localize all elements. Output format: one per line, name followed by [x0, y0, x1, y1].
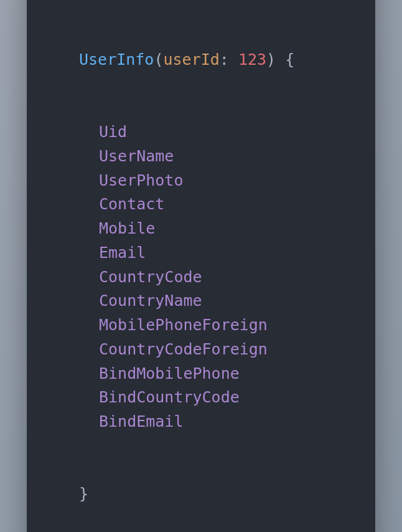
- field-email: Email: [99, 244, 146, 262]
- param-value: 123: [238, 50, 266, 69]
- field-countrycode: CountryCode: [99, 268, 202, 286]
- field-countryname: CountryName: [99, 292, 202, 310]
- param-name: userId: [163, 50, 219, 69]
- field-uid: Uid: [99, 123, 127, 141]
- field-userphoto: UserPhoto: [99, 171, 183, 189]
- brace-close-inner: }: [79, 485, 88, 503]
- field-bindcountrycode: BindCountryCode: [99, 388, 240, 406]
- field-mobile: Mobile: [99, 219, 155, 237]
- field-contact: Contact: [99, 195, 164, 213]
- code-block: { UserInfo(userId: 123) { UidUserNameUse…: [27, 0, 375, 532]
- space: [229, 50, 238, 69]
- code-window: { UserInfo(userId: 123) { UidUserNameUse…: [27, 0, 375, 532]
- paren-open: (: [154, 50, 163, 69]
- field-mobilephoneforeign: MobilePhoneForeign: [99, 316, 268, 334]
- field-bindemail: BindEmail: [99, 412, 183, 430]
- field-countrycodeforeign: CountryCodeForeign: [99, 340, 268, 358]
- colon: :: [220, 50, 229, 69]
- brace-open-inner: {: [285, 50, 294, 69]
- paren-close: ): [266, 50, 276, 69]
- field-bindmobilephone: BindMobilePhone: [99, 364, 240, 382]
- field-username: UserName: [99, 147, 174, 165]
- call-name: UserInfo: [79, 50, 154, 69]
- space: [276, 50, 285, 69]
